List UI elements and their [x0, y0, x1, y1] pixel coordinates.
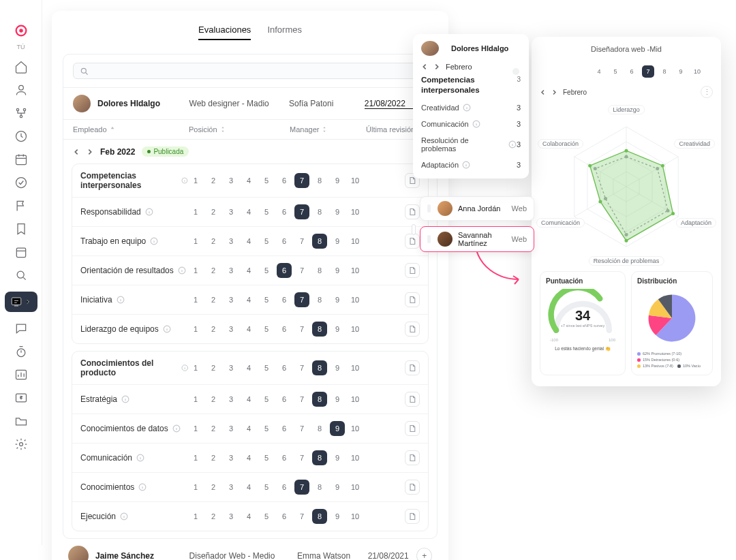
rating-10[interactable]: 10 [348, 263, 363, 278]
rating-3[interactable]: 3 [224, 392, 239, 407]
note-icon[interactable] [405, 509, 420, 524]
rating-2[interactable]: 2 [206, 292, 221, 307]
rating-1[interactable]: 1 [188, 480, 203, 495]
rating-5[interactable]: 5 [259, 360, 274, 375]
rating-1[interactable]: 1 [188, 421, 203, 436]
rating-7[interactable]: 7 [294, 392, 309, 407]
rating-8[interactable]: 8 [312, 509, 327, 524]
rating-2[interactable]: 2 [206, 322, 221, 337]
rating-10[interactable]: 10 [348, 234, 363, 249]
note-icon[interactable] [405, 292, 420, 307]
rating-6[interactable]: 6 [277, 322, 292, 337]
timer-icon[interactable] [14, 345, 28, 358]
rating-3[interactable]: 3 [224, 322, 239, 337]
expand-button[interactable]: + [416, 548, 432, 560]
col-manager[interactable]: Manager [290, 125, 366, 134]
rating-7[interactable]: 7 [294, 509, 309, 524]
rating-3[interactable]: 3 [224, 480, 239, 495]
rating-7[interactable]: 7 [294, 421, 309, 436]
rating-6[interactable]: 6 [277, 234, 292, 249]
employee-chip[interactable]: Anna Jordán Web [420, 196, 534, 221]
user-icon[interactable] [14, 83, 28, 97]
rating-4[interactable]: 4 [241, 292, 256, 307]
rating-9[interactable]: 9 [330, 322, 345, 337]
note-icon[interactable] [405, 392, 420, 407]
rating-2[interactable]: 2 [206, 392, 221, 407]
scale-6[interactable]: 6 [626, 65, 638, 78]
rating-8[interactable]: 8 [312, 480, 327, 495]
rating-7[interactable]: 7 [294, 322, 309, 337]
rating-10[interactable]: 10 [348, 450, 363, 465]
rating-1[interactable]: 1 [188, 204, 203, 219]
rating-10[interactable]: 10 [348, 421, 363, 436]
chevron-right-icon[interactable] [551, 89, 557, 95]
rating-6[interactable]: 6 [277, 480, 292, 495]
bookmark-icon[interactable] [14, 222, 28, 236]
home-icon[interactable] [14, 60, 28, 74]
rating-6[interactable]: 6 [277, 450, 292, 465]
rating-5[interactable]: 5 [259, 509, 274, 524]
tab-informes[interactable]: Informes [267, 25, 302, 40]
note-icon[interactable] [405, 480, 420, 495]
rating-10[interactable]: 10 [348, 204, 363, 219]
rating-2[interactable]: 2 [206, 263, 221, 278]
rating-4[interactable]: 4 [241, 450, 256, 465]
rating-8[interactable]: 8 [312, 392, 327, 407]
rating-3[interactable]: 3 [224, 360, 239, 375]
rating-3[interactable]: 3 [224, 292, 239, 307]
rating-5[interactable]: 5 [259, 173, 274, 188]
rating-7[interactable]: 7 [294, 360, 309, 375]
tab-evaluaciones[interactable]: Evaluaciones [198, 25, 251, 40]
note-icon[interactable] [405, 322, 420, 337]
rating-7[interactable]: 7 [294, 292, 309, 307]
rating-5[interactable]: 5 [259, 292, 274, 307]
rating-5[interactable]: 5 [259, 480, 274, 495]
clock-icon[interactable] [14, 129, 28, 143]
rating-1[interactable]: 1 [188, 263, 203, 278]
folder-icon[interactable] [14, 414, 28, 428]
rating-7[interactable]: 7 [294, 204, 309, 219]
chevron-left-icon[interactable] [540, 89, 546, 95]
rating-9[interactable]: 9 [330, 173, 345, 188]
rating-1[interactable]: 1 [188, 173, 203, 188]
col-position[interactable]: Posición [189, 125, 290, 134]
rating-9[interactable]: 9 [330, 421, 345, 436]
chevron-left-icon[interactable] [73, 149, 80, 155]
rating-1[interactable]: 1 [188, 360, 203, 375]
rating-5[interactable]: 5 [259, 421, 274, 436]
chevron-right-icon[interactable] [433, 63, 440, 70]
note-icon[interactable] [405, 360, 420, 375]
rating-1[interactable]: 1 [188, 509, 203, 524]
rating-10[interactable]: 10 [348, 360, 363, 375]
gear-icon[interactable] [14, 437, 28, 451]
chevron-right-icon[interactable] [87, 149, 93, 155]
rating-4[interactable]: 4 [241, 509, 256, 524]
rating-5[interactable]: 5 [259, 450, 274, 465]
rating-9[interactable]: 9 [330, 392, 345, 407]
chevron-left-icon[interactable] [421, 63, 428, 70]
scale-7[interactable]: 7 [642, 65, 654, 78]
rating-8[interactable]: 8 [312, 450, 327, 465]
rating-4[interactable]: 4 [241, 360, 256, 375]
rating-2[interactable]: 2 [206, 173, 221, 188]
rating-7[interactable]: 7 [294, 480, 309, 495]
emp-date[interactable]: 21/08/2022 [365, 99, 416, 109]
scale-4[interactable]: 4 [593, 65, 605, 78]
rating-5[interactable]: 5 [259, 234, 274, 249]
rating-3[interactable]: 3 [224, 263, 239, 278]
rating-9[interactable]: 9 [330, 263, 345, 278]
rating-5[interactable]: 5 [259, 263, 274, 278]
nav-reviews-active[interactable] [5, 292, 37, 312]
rating-7[interactable]: 7 [294, 234, 309, 249]
rating-2[interactable]: 2 [206, 450, 221, 465]
rating-9[interactable]: 9 [330, 360, 345, 375]
rating-1[interactable]: 1 [188, 234, 203, 249]
rating-1[interactable]: 1 [188, 450, 203, 465]
rating-1[interactable]: 1 [188, 322, 203, 337]
rating-5[interactable]: 5 [259, 392, 274, 407]
rating-8[interactable]: 8 [312, 173, 327, 188]
rating-10[interactable]: 10 [348, 392, 363, 407]
calendar-icon[interactable] [14, 245, 28, 259]
employee-row[interactable]: Jaime SánchezDiseñador Web - MedioEmma W… [52, 539, 448, 560]
rating-3[interactable]: 3 [224, 421, 239, 436]
